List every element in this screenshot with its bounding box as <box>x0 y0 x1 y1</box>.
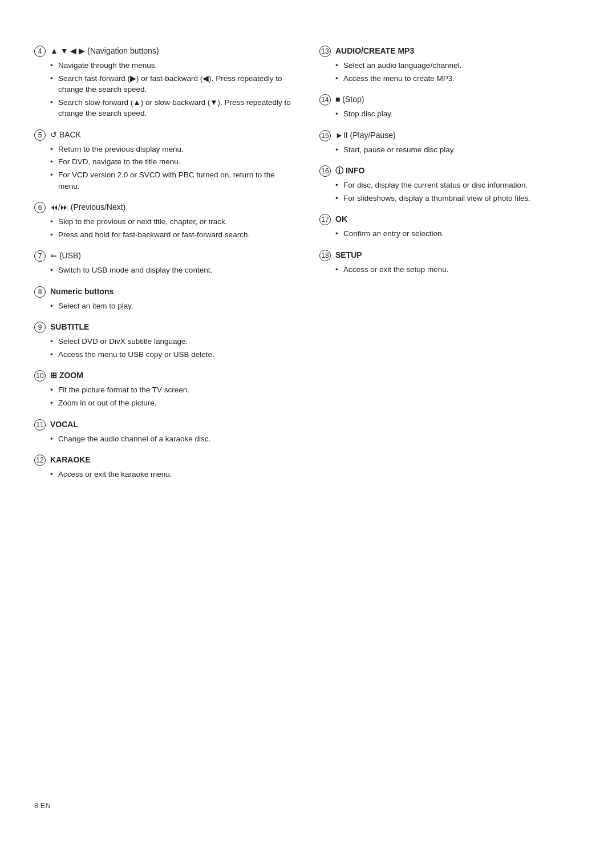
section-number: 15 <box>319 130 331 141</box>
bullet-list: Fit the picture format to the TV screen.… <box>34 384 297 408</box>
section-item: 16ⓘ INFOFor disc, display the current st… <box>319 165 582 204</box>
section-item: 6⏮/⏭ (Previous/Next)Skip to the previous… <box>34 202 297 240</box>
list-item: Select an item to play. <box>50 301 297 312</box>
section-heading: SUBTITLE <box>50 322 89 331</box>
section-number: 11 <box>34 419 46 431</box>
section-heading: ⓘ INFO <box>335 166 364 176</box>
section-item: 18SETUPAccess or exit the setup menu. <box>319 250 582 275</box>
list-item: Skip to the previous or next title, chap… <box>50 216 297 228</box>
section-heading: ►II (Play/Pause) <box>335 131 396 140</box>
section-number: 8 <box>34 286 46 298</box>
section-number: 12 <box>34 455 46 466</box>
section-item: 12KARAOKEAccess or exit the karaoke menu… <box>34 455 297 480</box>
section-title: 10⊞ ZOOM <box>34 370 297 382</box>
section-item: 10⊞ ZOOMFit the picture format to the TV… <box>34 370 297 408</box>
section-number: 18 <box>319 250 331 261</box>
section-number: 6 <box>34 202 46 213</box>
bullet-list: Access or exit the karaoke menu. <box>34 469 297 480</box>
bullet-list: Start, pause or resume disc play. <box>319 144 582 156</box>
section-heading: ⇐ (USB) <box>50 251 81 260</box>
section-number: 17 <box>319 214 331 225</box>
section-heading: ⏮/⏭ (Previous/Next) <box>50 202 125 212</box>
bullet-list: Select an item to play. <box>34 301 297 312</box>
list-item: Start, pause or resume disc play. <box>335 144 582 156</box>
list-item: Confirm an entry or selection. <box>335 228 582 240</box>
section-title: 16ⓘ INFO <box>319 165 582 177</box>
section-item: 9SUBTITLESelect DVD or DivX subtitle lan… <box>34 322 297 360</box>
section-number: 7 <box>34 250 46 262</box>
list-item: Switch to USB mode and display the conte… <box>50 265 297 276</box>
bullet-list: Access or exit the setup menu. <box>319 264 582 275</box>
list-item: Access the menu to create MP3. <box>335 73 582 84</box>
bullet-list: For disc, display the current status or … <box>319 180 582 204</box>
section-title: 5↺ BACK <box>34 129 297 141</box>
section-item: 5↺ BACKReturn to the previous display me… <box>34 129 297 192</box>
section-heading: SETUP <box>335 250 362 259</box>
section-heading: ⊞ ZOOM <box>50 371 83 380</box>
bullet-list: Stop disc play. <box>319 108 582 120</box>
section-item: 15►II (Play/Pause)Start, pause or resume… <box>319 130 582 156</box>
page-footer: 8 EN <box>34 801 51 810</box>
section-title: 11VOCAL <box>34 419 297 431</box>
section-item: 7⇐ (USB)Switch to USB mode and display t… <box>34 250 297 276</box>
list-item: For DVD, navigate to the title menu. <box>50 156 297 168</box>
list-item: Search fast-forward (▶) or fast-backward… <box>50 73 297 95</box>
section-heading: Numeric buttons <box>50 287 114 296</box>
section-heading: AUDIO/CREATE MP3 <box>335 46 414 55</box>
right-column: 13AUDIO/CREATE MP3Select an audio langua… <box>319 46 582 490</box>
list-item: For VCD version 2.0 or SVCD with PBC tur… <box>50 169 297 192</box>
section-heading: VOCAL <box>50 420 78 429</box>
section-title: 14■ (Stop) <box>319 94 582 105</box>
section-heading: KARAOKE <box>50 455 91 464</box>
section-title: 12KARAOKE <box>34 455 297 466</box>
bullet-list: Select an audio language/channel.Access … <box>319 60 582 84</box>
section-heading: ▲ ▼ ◀ ▶ (Navigation buttons) <box>50 46 159 55</box>
list-item: Change the audio channel of a karaoke di… <box>50 433 297 445</box>
section-number: 14 <box>319 94 331 105</box>
list-item: Access or exit the karaoke menu. <box>50 469 297 480</box>
section-number: 16 <box>319 165 331 177</box>
section-number: 13 <box>319 46 331 57</box>
section-item: 14■ (Stop)Stop disc play. <box>319 94 582 120</box>
section-item: 4▲ ▼ ◀ ▶ (Navigation buttons)Navigate th… <box>34 46 297 119</box>
list-item: For slideshows, display a thumbnail view… <box>335 193 582 204</box>
section-title: 9SUBTITLE <box>34 322 297 333</box>
list-item: Search slow-forward (▲) or slow-backward… <box>50 97 297 119</box>
section-heading: ■ (Stop) <box>335 95 364 104</box>
bullet-list: Confirm an entry or selection. <box>319 228 582 240</box>
section-heading: ↺ BACK <box>50 130 81 139</box>
section-item: 11VOCALChange the audio channel of a kar… <box>34 419 297 445</box>
list-item: Select DVD or DivX subtitle language. <box>50 336 297 347</box>
bullet-list: Switch to USB mode and display the conte… <box>34 265 297 276</box>
list-item: Stop disc play. <box>335 108 582 120</box>
section-title: 4▲ ▼ ◀ ▶ (Navigation buttons) <box>34 46 297 57</box>
section-number: 5 <box>34 129 46 141</box>
bullet-list: Navigate through the menus.Search fast-f… <box>34 60 297 119</box>
main-content: 4▲ ▼ ◀ ▶ (Navigation buttons)Navigate th… <box>34 46 582 490</box>
section-number: 9 <box>34 322 46 333</box>
section-title: 7⇐ (USB) <box>34 250 297 262</box>
section-title: 15►II (Play/Pause) <box>319 130 582 141</box>
bullet-list: Select DVD or DivX subtitle language.Acc… <box>34 336 297 360</box>
list-item: Fit the picture format to the TV screen. <box>50 384 297 396</box>
list-item: Zoom in or out of the picture. <box>50 397 297 409</box>
bullet-list: Return to the previous display menu.For … <box>34 144 297 192</box>
section-title: 18SETUP <box>319 250 582 261</box>
section-title: 8Numeric buttons <box>34 286 297 298</box>
left-column: 4▲ ▼ ◀ ▶ (Navigation buttons)Navigate th… <box>34 46 297 490</box>
section-item: 13AUDIO/CREATE MP3Select an audio langua… <box>319 46 582 84</box>
section-title: 13AUDIO/CREATE MP3 <box>319 46 582 57</box>
section-number: 4 <box>34 46 46 57</box>
bullet-list: Skip to the previous or next title, chap… <box>34 216 297 240</box>
list-item: Return to the previous display menu. <box>50 144 297 155</box>
section-title: 17OK <box>319 214 582 225</box>
list-item: For disc, display the current status or … <box>335 180 582 191</box>
list-item: Access or exit the setup menu. <box>335 264 582 275</box>
list-item: Access the menu to USB copy or USB delet… <box>50 349 297 360</box>
section-number: 10 <box>34 370 46 382</box>
list-item: Press and hold for fast-backward or fast… <box>50 229 297 241</box>
bullet-list: Change the audio channel of a karaoke di… <box>34 433 297 445</box>
list-item: Navigate through the menus. <box>50 60 297 71</box>
section-title: 6⏮/⏭ (Previous/Next) <box>34 202 297 213</box>
list-item: Select an audio language/channel. <box>335 60 582 71</box>
